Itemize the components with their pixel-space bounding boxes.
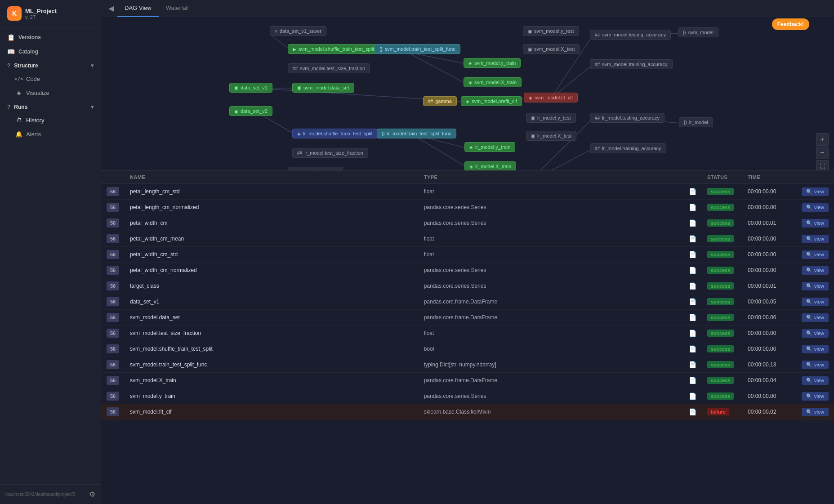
catalog-label: Catalog	[18, 49, 38, 55]
zoom-out-button[interactable]: −	[816, 147, 829, 159]
sidebar-item-history[interactable]: ⏱ History	[3, 113, 98, 127]
view-button[interactable]: 🔍 view	[802, 282, 829, 290]
run-badge-cell: 56	[101, 278, 125, 294]
node-svm-X-train[interactable]: ◈ svm_model.X_train	[464, 77, 522, 87]
file-icon[interactable]: 📄	[689, 314, 696, 321]
zoom-in-button[interactable]: +	[816, 133, 829, 146]
type-cell: pandas.core.series.Series	[419, 200, 683, 215]
file-icon[interactable]: 📄	[689, 219, 696, 227]
search-icon: 🔍	[806, 330, 812, 336]
file-cell: 📄	[683, 310, 702, 326]
sidebar-section-catalog-header[interactable]: 📖 Catalog	[0, 45, 101, 58]
node-svm-prefit-clf[interactable]: ◈ svm_model.prefit_clf	[461, 96, 522, 106]
col-run	[101, 171, 125, 184]
run-badge-cell: 56	[101, 215, 125, 231]
sidebar-nav: 📋 Versions 📖 Catalog ? Structure ▾	[0, 27, 101, 484]
node-lr-training-accuracy[interactable]: ## lr_model.training_accuracy	[590, 143, 666, 153]
node-svm-y-train[interactable]: ◈ svm_model.y_train	[464, 58, 521, 68]
file-icon[interactable]: 📄	[689, 235, 696, 242]
search-icon: 🔍	[806, 362, 812, 368]
view-button[interactable]: 🔍 view	[802, 361, 829, 369]
node-lr-X-train[interactable]: ◈ lr_model.X_train	[464, 161, 516, 170]
node-lr-y-test[interactable]: ▣ lr_model.y_test	[526, 113, 576, 123]
table-row: 56 petal_width_cm pandas.core.series.Ser…	[101, 215, 834, 231]
action-cell: 🔍 view	[796, 247, 834, 263]
file-cell: 📄	[683, 263, 702, 278]
status-cell: success	[702, 231, 742, 247]
structure-chevron: ▾	[91, 62, 94, 69]
view-button[interactable]: 🔍 view	[802, 313, 829, 322]
action-cell: 🔍 view	[796, 326, 834, 341]
node-svm-test-size[interactable]: ## svm_model.test_size_fraction	[288, 63, 370, 73]
view-button[interactable]: 🔍 view	[802, 392, 829, 401]
node-svm-shuffle[interactable]: ▶ svm_model.shuffle_train_test_split	[288, 44, 379, 54]
node-lr-data-set[interactable]: ▣ lr_model.data_set	[288, 167, 343, 170]
tab-dag-view[interactable]: DAG View	[117, 0, 159, 17]
file-icon[interactable]: 📄	[689, 204, 696, 211]
file-icon[interactable]: 📄	[689, 188, 696, 195]
file-icon[interactable]: 📄	[689, 330, 696, 337]
node-data-set-v2[interactable]: ▣ data_set_v2	[229, 106, 272, 116]
sidebar-section-versions-header[interactable]: 📋 Versions	[0, 31, 101, 44]
file-icon[interactable]: 📄	[689, 377, 696, 384]
view-button[interactable]: 🔍 view	[802, 376, 829, 385]
tab-waterfall[interactable]: Waterfall	[159, 0, 196, 17]
view-button[interactable]: 🔍 view	[802, 235, 829, 243]
node-gamma[interactable]: ## gamma	[423, 96, 457, 106]
node-svm-data-set[interactable]: ▣ svm_model.data_set	[292, 83, 354, 93]
sidebar-item-code[interactable]: </> Code	[3, 72, 98, 85]
action-cell: 🔍 view	[796, 215, 834, 231]
status-badge: success	[707, 282, 734, 290]
view-button[interactable]: 🔍 view	[802, 203, 829, 212]
view-button[interactable]: 🔍 view	[802, 187, 829, 196]
file-icon[interactable]: 📄	[689, 251, 696, 258]
node-svm-testing-accuracy[interactable]: ## svm_model.testing_accuracy	[590, 30, 671, 40]
sidebar-section-versions: 📋 Versions	[0, 31, 101, 44]
node-lr-testing-accuracy[interactable]: ## lr_model.testing_accuracy	[590, 113, 665, 123]
file-icon[interactable]: 📄	[689, 267, 696, 274]
node-svm-train-test-split-func[interactable]: {} svm_model.train_test_split_func	[375, 44, 460, 54]
file-icon[interactable]: 📄	[689, 298, 696, 305]
sidebar-item-visualize[interactable]: ◈ Visualize	[3, 86, 98, 99]
node-lr-X-test[interactable]: ▣ lr_model.X_test	[526, 131, 576, 141]
run-badge-cell: 56	[101, 404, 125, 420]
file-icon[interactable]: 📄	[689, 361, 696, 368]
node-svm-X-test[interactable]: ▣ svm_model.X_test	[523, 44, 580, 54]
view-button[interactable]: 🔍 view	[802, 298, 829, 306]
node-lr-shuffle[interactable]: ◈ lr_model.shuffle_train_test_split	[292, 129, 378, 138]
status-cell: success	[702, 326, 742, 341]
table-row: 56 svm_model.X_train pandas.core.frame.D…	[101, 373, 834, 388]
sidebar-item-alerts[interactable]: 🔔 Alerts	[3, 127, 98, 141]
view-button[interactable]: 🔍 view	[802, 250, 829, 259]
name-cell: svm_model.X_train	[125, 373, 419, 388]
node-svm-model[interactable]: {} svm_model	[678, 27, 718, 37]
run-badge: 56	[107, 266, 119, 275]
view-button[interactable]: 🔍 view	[802, 329, 829, 338]
node-svm-y-test[interactable]: ▣ svm_model.y_test	[523, 26, 579, 36]
fit-button[interactable]: ⛶	[816, 160, 829, 170]
file-icon[interactable]: 📄	[689, 345, 696, 352]
view-button[interactable]: 🔍 view	[802, 266, 829, 275]
collapse-button[interactable]: ◀	[108, 4, 114, 13]
status-badge: success	[707, 345, 734, 352]
file-icon[interactable]: 📄	[689, 282, 696, 290]
node-lr-train-test-split-func[interactable]: {} lr_model.train_test_split_func	[377, 129, 456, 138]
view-button[interactable]: 🔍 view	[802, 408, 829, 416]
view-button[interactable]: 🔍 view	[802, 219, 829, 227]
file-icon[interactable]: 📄	[689, 408, 696, 415]
view-button[interactable]: 🔍 view	[802, 345, 829, 353]
node-lr-model[interactable]: {} lr_model	[679, 117, 713, 127]
sidebar-section-structure-header[interactable]: ? Structure ▾	[0, 60, 101, 71]
file-icon[interactable]: 📄	[689, 392, 696, 400]
sidebar-section-runs-header[interactable]: ? Runs ▾	[0, 101, 101, 113]
action-cell: 🔍 view	[796, 200, 834, 215]
main-content: ◀ DAG View Waterfall	[101, 0, 834, 504]
node-lr-test-size[interactable]: ## lr_model.test_size_fraction	[292, 148, 368, 158]
node-data-set-v1-saver[interactable]: ≡ data_set_v1_saver	[270, 26, 326, 36]
node-lr-y-train[interactable]: ◈ lr_model.y_train	[464, 142, 515, 152]
feedback-button[interactable]: Feedback!	[772, 18, 809, 30]
node-svm-fit-clf[interactable]: ◈ svm_model.fit_clf	[524, 93, 578, 103]
node-data-set-v1[interactable]: ▣ data_set_v1	[229, 83, 272, 93]
node-svm-training-accuracy[interactable]: ## svm_model.training_accuracy	[590, 59, 673, 69]
settings-icon[interactable]: ⚙	[89, 490, 95, 499]
